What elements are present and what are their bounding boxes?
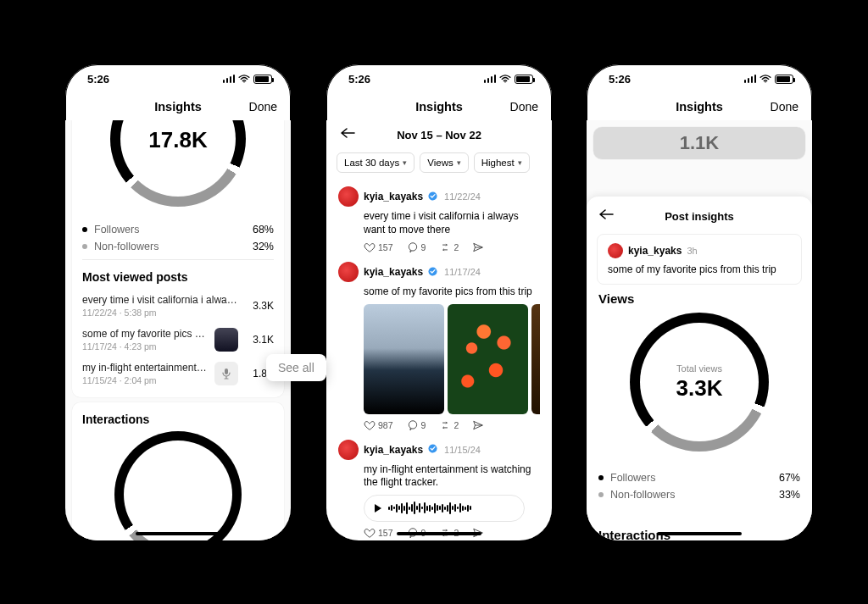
avatar[interactable] [338, 262, 359, 282]
sub-header: Nov 15 – Nov 22 [326, 120, 552, 149]
share-button[interactable] [472, 241, 484, 253]
total-views-label: Total views [676, 363, 722, 374]
status-bar: 5:26 [65, 64, 291, 93]
verified-badge-icon [428, 191, 437, 202]
battery-icon [253, 75, 272, 84]
wifi-icon [238, 75, 250, 83]
play-icon[interactable] [375, 504, 381, 513]
done-button[interactable]: Done [771, 100, 798, 114]
see-all-button[interactable]: See all [266, 354, 326, 381]
most-viewed-heading: Most viewed posts [82, 270, 274, 284]
home-indicator[interactable] [397, 532, 481, 535]
post-image[interactable] [448, 304, 528, 414]
comment-button[interactable]: 9 [407, 419, 426, 431]
comment-button[interactable]: 9 [407, 241, 426, 253]
post-summary-card[interactable]: kyia_kyaks 3h some of my favorite pics f… [597, 234, 802, 285]
phone-post-list: 5:26 Insights Done Nov 15 – Nov 22 Last … [326, 64, 552, 540]
verified-badge-icon [428, 444, 437, 455]
waveform-icon [388, 501, 514, 515]
post-date: 11/15/24 [444, 445, 481, 455]
post-actions: 157 9 2 [364, 241, 540, 253]
post-thumbnail [214, 328, 238, 352]
like-button[interactable]: 157 [364, 241, 393, 253]
back-arrow-icon[interactable] [598, 208, 614, 224]
post-item[interactable]: kyia_kayaks 11/17/24 some of my favorite… [326, 258, 552, 436]
battery-icon [515, 75, 533, 84]
status-icons [484, 75, 534, 84]
share-button[interactable] [472, 419, 484, 431]
avatar[interactable] [338, 186, 359, 207]
clock: 5:26 [348, 73, 370, 86]
nav-bar: Insights Done [326, 93, 552, 120]
status-bar: 5:26 [587, 64, 812, 93]
content-scroll[interactable]: 17.8K Followers 68% Non-followers 32% Mo… [65, 120, 291, 540]
username[interactable]: kyia_kayaks [364, 191, 423, 202]
clock: 5:26 [609, 73, 631, 86]
filter-date-range[interactable]: Last 30 days▾ [337, 152, 415, 173]
signal-icon [484, 75, 497, 83]
svg-point-4 [409, 243, 416, 251]
views-heading: Views [598, 291, 800, 306]
interactions-card: Interactions [72, 402, 284, 540]
filter-sort[interactable]: Highest▾ [474, 152, 530, 173]
back-arrow-icon[interactable] [340, 127, 355, 142]
views-card: 17.8K Followers 68% Non-followers 32% Mo… [72, 120, 284, 397]
most-viewed-item[interactable]: every time i visit california i always w… [82, 289, 274, 323]
page-title: Insights [415, 100, 463, 114]
background-views-card: 1.1K [593, 127, 805, 159]
svg-point-0 [243, 81, 245, 83]
username[interactable]: kyia_kayaks [364, 444, 423, 456]
post-date: 11/22/24 [444, 191, 481, 202]
most-viewed-item[interactable]: some of my favorite pics from… 11/17/24 … [82, 323, 274, 357]
svg-point-2 [504, 81, 506, 83]
views-donut-chart: 17.8K [110, 120, 246, 207]
chevron-down-icon: ▾ [457, 158, 461, 167]
post-insights-sheet[interactable]: Post insights kyia_kyaks 3h some of my f… [587, 197, 812, 540]
post-item[interactable]: kyia_kayaks 11/22/24 every time i visit … [326, 180, 552, 258]
battery-icon [775, 75, 793, 84]
done-button[interactable]: Done [510, 100, 538, 114]
svg-point-6 [409, 421, 416, 429]
username[interactable]: kyia_kyaks [628, 245, 682, 257]
audio-player[interactable] [364, 495, 525, 522]
content-scroll[interactable]: Nov 15 – Nov 22 Last 30 days▾ Views▾ Hig… [326, 120, 552, 540]
like-button[interactable]: 157 [364, 527, 393, 539]
avatar[interactable] [338, 440, 359, 460]
post-image-peek[interactable] [531, 304, 540, 414]
post-text: every time i visit california i always w… [364, 210, 540, 236]
like-button[interactable]: 987 [364, 419, 393, 431]
phone-post-insights: 5:26 Insights Done 1.1K Post insights [587, 64, 812, 540]
wifi-icon [499, 75, 511, 83]
chevron-down-icon: ▾ [403, 158, 407, 167]
home-indicator[interactable] [657, 532, 742, 535]
mic-icon [214, 362, 238, 385]
signal-icon [223, 75, 236, 83]
page-title: Insights [154, 100, 202, 114]
avatar[interactable] [608, 243, 623, 258]
post-age: 3h [687, 246, 697, 256]
username[interactable]: kyia_kayaks [364, 266, 423, 278]
dot-icon [82, 244, 87, 249]
legend-followers: Followers 68% [82, 224, 274, 236]
done-button[interactable]: Done [249, 100, 277, 114]
post-date: 11/17/24 [444, 267, 481, 277]
post-caption: some of my favorite pics from this trip [608, 263, 791, 275]
post-image[interactable] [364, 304, 444, 414]
wifi-icon [760, 75, 771, 83]
date-range: Nov 15 – Nov 22 [397, 129, 481, 141]
interactions-heading: Interactions [82, 413, 274, 426]
image-carousel[interactable] [364, 304, 540, 414]
filter-metric[interactable]: Views▾ [420, 152, 468, 173]
home-indicator[interactable] [136, 532, 220, 535]
dot-icon [82, 227, 87, 232]
content-scroll[interactable]: 1.1K Post insights kyia_kyaks 3h some of… [587, 120, 812, 540]
most-viewed-item[interactable]: my in-flight entertainment is w… 11/15/2… [82, 357, 274, 391]
svg-point-10 [765, 81, 766, 83]
chevron-down-icon: ▾ [518, 158, 522, 167]
status-icons [223, 75, 273, 84]
post-item[interactable]: kyia_kayaks 11/15/24 my in-flight entert… [326, 436, 552, 540]
repost-button[interactable]: 2 [439, 241, 459, 253]
total-views-value: 3.3K [676, 375, 723, 402]
repost-button[interactable]: 2 [439, 419, 459, 431]
views-donut-chart: Total views 3.3K [630, 313, 769, 452]
